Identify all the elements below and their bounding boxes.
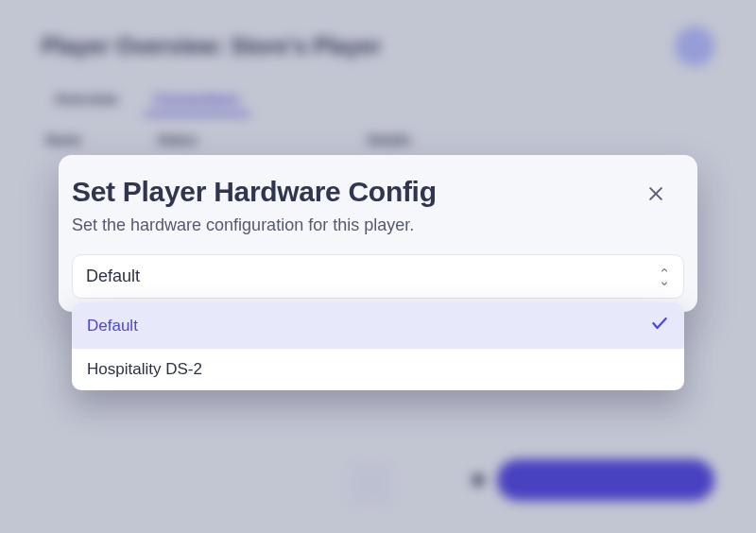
select-dropdown: Default Hospitality DS-2 (72, 302, 684, 390)
close-icon (646, 184, 665, 206)
check-icon (650, 314, 669, 337)
option-hospitality-ds2[interactable]: Hospitality DS-2 (72, 349, 684, 390)
modal-title: Set Player Hardware Config (72, 176, 437, 208)
option-label: Default (87, 317, 138, 335)
hardware-config-select[interactable]: Default (72, 254, 684, 299)
option-label: Hospitality DS-2 (87, 360, 202, 379)
modal-subtitle: Set the hardware configuration for this … (59, 215, 697, 254)
chevron-up-down-icon (659, 266, 670, 286)
select-value: Default (86, 266, 140, 286)
option-default[interactable]: Default (72, 302, 684, 349)
hardware-config-modal: Set Player Hardware Config Set the hardw… (59, 155, 697, 312)
close-button[interactable] (641, 180, 671, 210)
